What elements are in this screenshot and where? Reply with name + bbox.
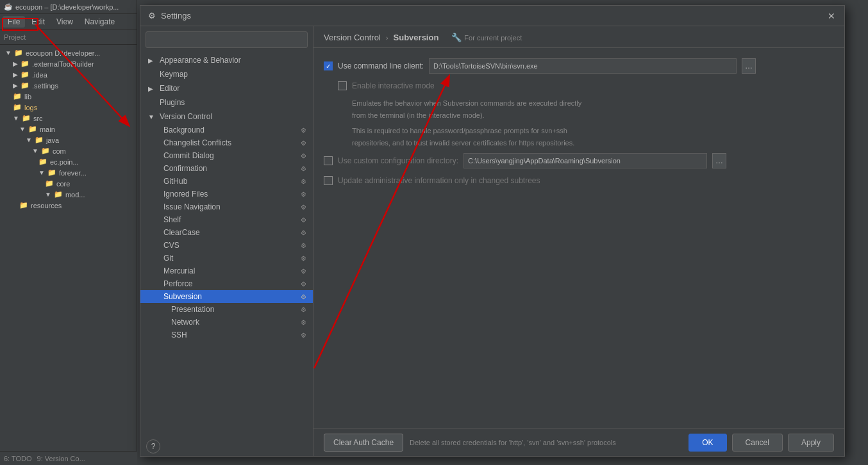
section-version-control[interactable]: ▼ Version Control [140, 110, 313, 124]
vc-github[interactable]: GitHub ⚙ [140, 175, 313, 188]
vc-background[interactable]: Background ⚙ [140, 124, 313, 136]
ide-statusbar: 6: TODO 9: Version Co... [0, 451, 137, 465]
tree-mod[interactable]: ▼ 📁 mod... [0, 189, 137, 200]
vc-subversion-presentation[interactable]: Presentation ⚙ [140, 303, 313, 316]
help-icon[interactable]: ? [146, 439, 160, 453]
vc-git[interactable]: Git ⚙ [140, 252, 313, 265]
vc-clearcase[interactable]: ClearCase ⚙ [140, 226, 313, 239]
expand-icon: ▼ [32, 147, 38, 154]
vc-shelf[interactable]: Shelf ⚙ [140, 213, 313, 226]
section-keymap[interactable]: Keymap [140, 67, 313, 81]
settings-icon: ⚙ [299, 279, 308, 288]
search-input[interactable] [146, 31, 308, 48]
expand-icon: ▶ [13, 60, 18, 67]
cmd-line-input[interactable] [429, 58, 737, 74]
vc-confirmation[interactable]: Confirmation ⚙ [140, 162, 313, 175]
vc-commit-dialog[interactable]: Commit Dialog ⚙ [140, 149, 313, 162]
footer-right: OK Cancel Apply [689, 434, 834, 452]
settings-icon: ⚙ [299, 126, 308, 135]
settings-tree: ▶ Appearance & Behavior Keymap ▶ Editor … [140, 53, 313, 456]
vc-cvs[interactable]: CVS ⚙ [140, 239, 313, 252]
custom-config-checkbox[interactable] [324, 156, 333, 165]
apply-button[interactable]: Apply [788, 434, 834, 452]
folder-icon: 📁 [35, 136, 44, 144]
vc-mercurial[interactable]: Mercurial ⚙ [140, 265, 313, 277]
folder-icon: 📁 [19, 201, 28, 209]
close-button[interactable]: ✕ [826, 11, 837, 21]
settings-icon: ⚙ [299, 190, 308, 199]
dialog-body: ▶ Appearance & Behavior Keymap ▶ Editor … [140, 26, 844, 456]
ide-sidebar-header: Project [0, 29, 137, 45]
dialog-title: ⚙ Settings [148, 11, 191, 20]
tree-forever[interactable]: ▼ 📁 forever... [0, 167, 137, 178]
tree-lib[interactable]: 📁 lib [0, 91, 137, 102]
dialog-footer: Clear Auth Cache Delete all stored crede… [313, 428, 844, 456]
folder-icon: 📁 [38, 158, 47, 166]
tree-externaltool[interactable]: ▶ 📁 .externalToolBuilder [0, 58, 137, 69]
folder-icon: 📁 [28, 125, 37, 133]
vc-perforce[interactable]: Perforce ⚙ [140, 277, 313, 290]
version-label[interactable]: 9: Version Co... [37, 455, 85, 462]
tree-logs[interactable]: 📁 logs [0, 102, 137, 113]
cmd-line-row: ✓ Use command line client: … [324, 58, 834, 74]
menu-file[interactable]: File [3, 16, 25, 28]
section-label: Editor [160, 84, 179, 93]
folder-icon: 📁 [14, 49, 23, 57]
cancel-button[interactable]: Cancel [732, 434, 783, 452]
ok-button[interactable]: OK [689, 434, 726, 452]
menu-navigate[interactable]: Navigate [79, 16, 120, 28]
vc-changelist[interactable]: Changelist Conflicts ⚙ [140, 136, 313, 149]
clear-auth-cache-button[interactable]: Clear Auth Cache [324, 434, 403, 452]
footer-left: Clear Auth Cache Delete all stored crede… [324, 434, 616, 452]
tree-settings[interactable]: ▶ 📁 .settings [0, 80, 137, 91]
dialog-title-label: Settings [161, 11, 191, 20]
expand-icon: ▶ [13, 71, 18, 78]
tree-ecpoint[interactable]: 📁 ec.poin... [0, 156, 137, 167]
section-label: Keymap [160, 70, 188, 79]
settings-dialog: ⚙ Settings ✕ ▶ Appearance & Behavior Key… [140, 5, 845, 457]
folder-icon: 📁 [45, 179, 54, 188]
vc-subversion[interactable]: Subversion ⚙ [140, 290, 313, 303]
cmd-line-checkbox[interactable]: ✓ [324, 61, 333, 70]
tree-ecoupon[interactable]: ▼ 📁 ecoupon D:\developer... [0, 47, 137, 58]
interactive-label: Enable interactive mode [352, 81, 435, 90]
dialog-titlebar: ⚙ Settings ✕ [140, 6, 844, 26]
right-content: ✓ Use command line client: … Enable inte… [313, 48, 844, 428]
tree-java[interactable]: ▼ 📁 java [0, 135, 137, 145]
project-label: For current project [464, 34, 522, 42]
left-panel: ▶ Appearance & Behavior Keymap ▶ Editor … [140, 26, 313, 456]
breadcrumb-part1: Version Control [324, 33, 381, 42]
custom-config-browse-btn[interactable]: … [712, 153, 726, 168]
chevron-icon: ▶ [148, 85, 156, 92]
cache-desc: Delete all stored credentials for 'http'… [410, 439, 616, 446]
folder-icon: 📁 [21, 70, 29, 79]
section-appearance[interactable]: ▶ Appearance & Behavior [140, 53, 313, 67]
interactive-checkbox[interactable] [338, 81, 347, 90]
interactive-desc2: from the terminal (in the interactive mo… [352, 110, 834, 121]
vc-issue-navigation[interactable]: Issue Navigation ⚙ [140, 200, 313, 213]
tree-main[interactable]: ▼ 📁 main [0, 124, 137, 135]
menu-view[interactable]: View [51, 16, 78, 28]
folder-icon: 📁 [13, 103, 22, 111]
tree-idea[interactable]: ▶ 📁 .idea [0, 69, 137, 80]
vc-subversion-network[interactable]: Network ⚙ [140, 316, 313, 329]
cmd-line-browse-btn[interactable]: … [742, 58, 756, 74]
tree-src[interactable]: ▼ 📁 src [0, 113, 137, 124]
update-admin-checkbox[interactable] [324, 176, 333, 185]
tree-com[interactable]: ▼ 📁 com [0, 145, 137, 156]
folder-icon: 📁 [22, 114, 31, 122]
tree-core[interactable]: 📁 core [0, 178, 137, 189]
tree-resources[interactable]: 📁 resources [0, 200, 137, 211]
settings-icon: ⚙ [299, 254, 308, 263]
folder-icon: 📁 [47, 168, 56, 177]
right-header: Version Control › Subversion 🔧 For curre… [313, 26, 844, 48]
section-editor[interactable]: ▶ Editor [140, 81, 313, 95]
vc-ignored-files[interactable]: Ignored Files ⚙ [140, 188, 313, 200]
ide-menubar: File Edit View Navigate [0, 14, 137, 29]
project-tree: ▼ 📁 ecoupon D:\developer... ▶ 📁 .externa… [0, 45, 137, 213]
custom-config-input[interactable] [463, 153, 707, 168]
todo-label[interactable]: 6: TODO [4, 455, 32, 462]
menu-edit[interactable]: Edit [26, 16, 50, 28]
vc-subversion-ssh[interactable]: SSH ⚙ [140, 329, 313, 341]
section-plugins[interactable]: Plugins [140, 95, 313, 110]
